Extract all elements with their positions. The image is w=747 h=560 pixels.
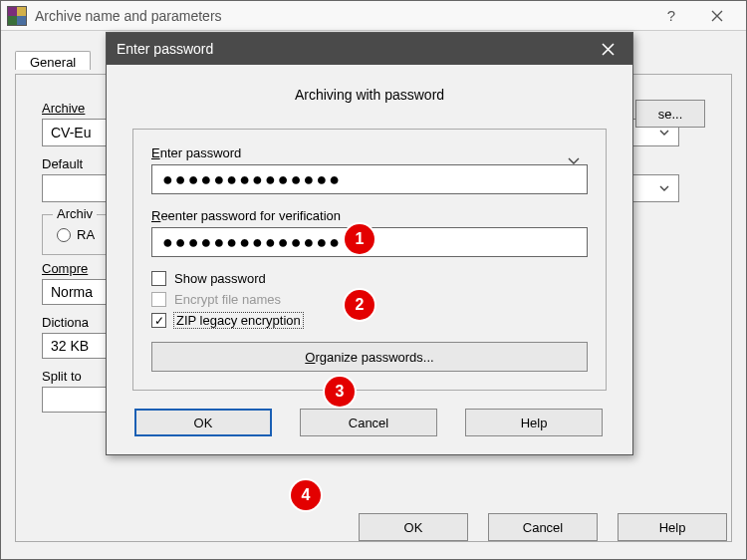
callout-badge-4: 4 (291, 480, 321, 510)
parent-cancel-button[interactable]: Cancel (488, 513, 598, 541)
chevron-down-icon (658, 127, 670, 139)
callout-badge-2: 2 (345, 290, 374, 320)
help-button[interactable]: Help (465, 409, 603, 436)
show-password-checkbox[interactable]: Show password (151, 271, 588, 286)
password-history-dropdown[interactable] (564, 150, 584, 170)
winrar-icon (7, 6, 27, 26)
checkbox-icon: ✓ (151, 313, 166, 328)
help-icon[interactable]: ? (648, 1, 694, 31)
parent-title: Archive name and parameters (35, 8, 648, 24)
password-body: Archiving with password Enter password R… (107, 65, 632, 454)
enter-password-label: Enter password (151, 145, 588, 160)
checkbox-icon (151, 292, 166, 307)
organize-passwords-button[interactable]: Organize passwords... (151, 342, 588, 372)
password-button-row: OK Cancel Help (132, 409, 607, 436)
archive-format-legend: Archiv (53, 206, 97, 221)
chevron-down-icon (658, 182, 670, 194)
reenter-password-label: Reenter password for verification (151, 208, 588, 223)
archive-name-value: CV-Eu (51, 125, 91, 140)
enter-password-row: Enter password (151, 145, 588, 194)
password-inner-panel: Enter password Reenter password for veri… (132, 129, 607, 391)
close-icon[interactable] (593, 33, 622, 65)
checkbox-icon (151, 271, 166, 286)
radio-icon (57, 228, 71, 242)
password-titlebar: Enter password (107, 33, 632, 65)
callout-badge-3: 3 (325, 377, 355, 407)
tab-strip: General (15, 51, 91, 75)
enter-password-input[interactable] (151, 164, 588, 194)
browse-button[interactable]: se... (635, 100, 705, 128)
parent-titlebar: Archive name and parameters ? (1, 1, 746, 31)
parent-help-button[interactable]: Help (618, 513, 727, 541)
parent-ok-button[interactable]: OK (359, 513, 468, 541)
parent-button-row: OK Cancel Help (359, 513, 727, 541)
callout-badge-1: 1 (345, 224, 374, 254)
ok-button[interactable]: OK (134, 409, 272, 436)
cancel-button[interactable]: Cancel (300, 409, 437, 436)
close-icon[interactable] (694, 1, 740, 31)
tab-general[interactable]: General (15, 51, 91, 70)
password-title: Enter password (117, 41, 213, 57)
password-heading: Archiving with password (132, 87, 607, 103)
